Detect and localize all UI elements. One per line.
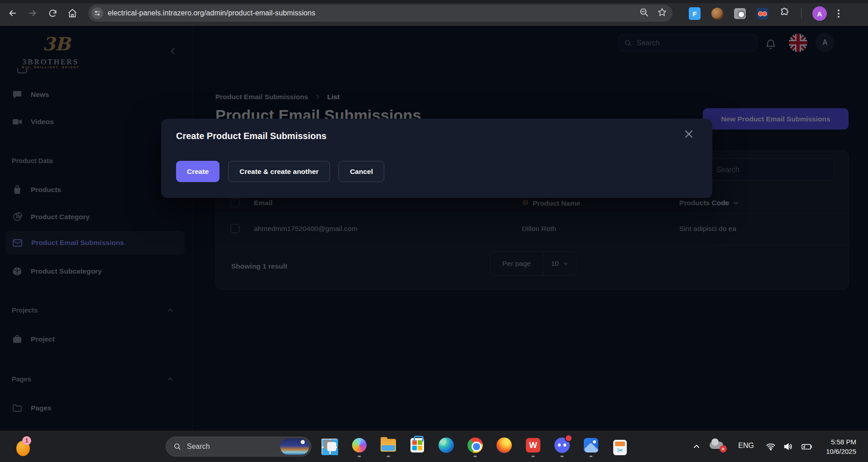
video-clip-tool-icon[interactable]: ✂ bbox=[612, 437, 628, 453]
notification-badge: 1 bbox=[22, 436, 31, 445]
url-text[interactable]: electrical-panels.intrazero.org/admin/pr… bbox=[108, 9, 315, 17]
zoom-out-icon[interactable] bbox=[639, 7, 649, 19]
battery-icon[interactable] bbox=[801, 442, 813, 453]
tray-time: 5:58 PM bbox=[826, 437, 856, 447]
extension-robot-icon[interactable] bbox=[757, 8, 768, 19]
browser-toolbar: electrical-panels.intrazero.org/admin/pr… bbox=[0, 0, 868, 26]
search-highlight-image[interactable] bbox=[280, 438, 309, 455]
taskbar-clock[interactable]: 5:58 PM 10/6/2025 bbox=[826, 437, 856, 456]
browser-menu-icon[interactable] bbox=[838, 10, 839, 18]
photos-icon[interactable] bbox=[583, 437, 599, 453]
system-tray: × ENG 5:58 PM 10/6/2025 bbox=[678, 431, 868, 462]
edge-icon[interactable] bbox=[438, 437, 454, 453]
onedrive-icon[interactable]: × bbox=[710, 441, 725, 451]
refresh-icon[interactable] bbox=[45, 6, 60, 20]
modal-backdrop[interactable] bbox=[0, 26, 868, 430]
forward-icon bbox=[25, 6, 40, 20]
discord-badge bbox=[565, 434, 572, 442]
file-explorer-icon[interactable] bbox=[380, 437, 396, 453]
address-bar[interactable]: electrical-panels.intrazero.org/admin/pr… bbox=[88, 5, 672, 22]
home-icon[interactable] bbox=[65, 6, 80, 20]
wifi-icon[interactable] bbox=[766, 442, 776, 453]
close-icon[interactable] bbox=[683, 129, 694, 141]
create-modal: Create Product Email Submissions Create … bbox=[161, 119, 712, 198]
chrome-icon[interactable] bbox=[467, 437, 483, 453]
screen: electrical-panels.intrazero.org/admin/pr… bbox=[0, 0, 868, 462]
extension-camera-icon[interactable] bbox=[734, 8, 746, 19]
task-view-icon[interactable] bbox=[322, 437, 339, 453]
admin-page: 3B 3BROTHERS BIG, BRILLIANT, BRIGHT News… bbox=[0, 26, 868, 430]
tray-chevron-up-icon[interactable] bbox=[692, 443, 701, 452]
site-info-icon[interactable] bbox=[91, 7, 103, 19]
back-icon[interactable] bbox=[5, 6, 20, 20]
create-button[interactable]: Create bbox=[176, 161, 219, 182]
wps-office-icon[interactable]: W bbox=[525, 437, 541, 453]
browser-profile-avatar[interactable]: A bbox=[812, 6, 827, 21]
extensions-puzzle-icon[interactable] bbox=[779, 7, 790, 20]
extension-f-icon[interactable]: F bbox=[689, 7, 701, 20]
modal-title: Create Product Email Submissions bbox=[176, 131, 326, 141]
microsoft-store-icon[interactable] bbox=[409, 437, 425, 453]
tray-date: 10/6/2025 bbox=[826, 447, 856, 456]
language-indicator[interactable]: ENG bbox=[738, 442, 754, 450]
cancel-button[interactable]: Cancel bbox=[339, 161, 384, 182]
extension-cookie-icon[interactable] bbox=[711, 8, 723, 19]
copilot-icon[interactable] bbox=[351, 437, 367, 453]
taskbar-search-input[interactable] bbox=[187, 443, 264, 451]
volume-icon[interactable] bbox=[783, 442, 793, 453]
taskbar-search[interactable] bbox=[166, 437, 311, 457]
toolbar-divider bbox=[801, 8, 801, 19]
create-and-create-another-button[interactable]: Create & create another bbox=[228, 161, 330, 182]
discord-icon[interactable] bbox=[554, 437, 570, 453]
windows-taskbar: 1 W ✂ × EN bbox=[0, 430, 868, 462]
browser-top-strip bbox=[0, 0, 868, 3]
search-icon bbox=[173, 443, 181, 451]
onedrive-error-badge: × bbox=[720, 445, 727, 452]
bookmark-star-icon[interactable] bbox=[657, 7, 667, 19]
firefox-icon[interactable] bbox=[496, 437, 512, 453]
